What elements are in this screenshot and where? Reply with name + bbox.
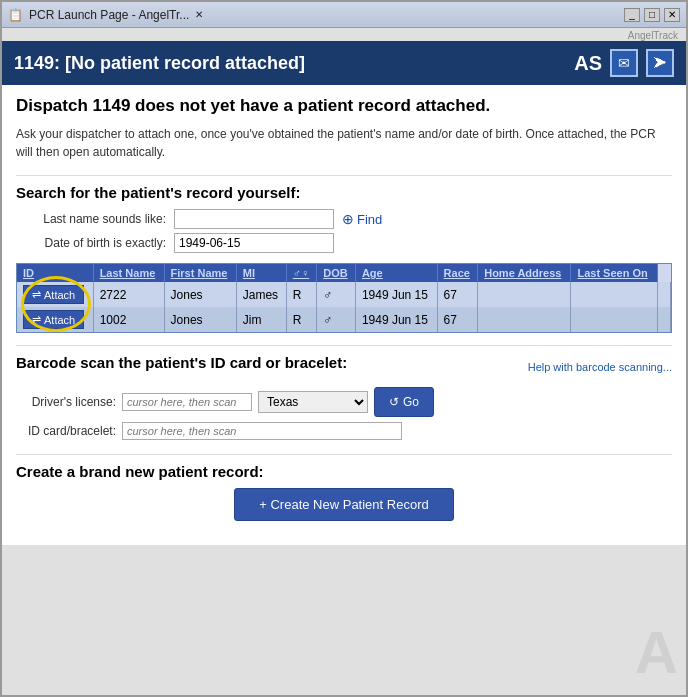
- brand-label: AngelTrack: [2, 28, 686, 41]
- find-icon: ⊕: [342, 211, 354, 227]
- attach-button[interactable]: ⇌ Attach: [23, 310, 84, 329]
- col-dob: DOB: [317, 264, 356, 282]
- dob-input[interactable]: [174, 233, 334, 253]
- col-sex: ♂♀: [286, 264, 316, 282]
- restore-button[interactable]: □: [644, 8, 660, 22]
- window-title: PCR Launch Page - AngelTr...: [29, 8, 189, 22]
- header-band: 1149: [No patient record attached] AS ✉ …: [2, 41, 686, 85]
- title-bar: 📋 PCR Launch Page - AngelTr... ✕ _ □ ✕: [2, 2, 686, 28]
- drivers-license-input[interactable]: [122, 393, 252, 411]
- cell-last-seen: [657, 282, 670, 307]
- exit-icon: ⮞: [653, 55, 667, 71]
- barcode-section: Barcode scan the patient's ID card or br…: [16, 354, 672, 440]
- cell-dob: 1949 Jun 15: [355, 282, 437, 307]
- col-age: Age: [355, 264, 437, 282]
- cell-first-name: Jim: [236, 307, 286, 332]
- cell-home-address: [571, 282, 657, 307]
- cell-age: 67: [437, 307, 478, 332]
- cell-sex: ♂: [317, 282, 356, 307]
- main-heading: Dispatch 1149 does not yet have a patien…: [16, 95, 672, 117]
- results-table: ID Last Name First Name MI ♂♀ DOB Age Ra…: [17, 264, 671, 332]
- go-button[interactable]: ↺ Go: [374, 387, 434, 417]
- id-card-label: ID card/bracelet:: [16, 424, 116, 438]
- drivers-license-label: Driver's license:: [16, 395, 116, 409]
- page-title: 1149: [No patient record attached]: [14, 53, 305, 74]
- attach-icon: ⇌: [32, 288, 41, 301]
- minimize-button[interactable]: _: [624, 8, 640, 22]
- col-race: Race: [437, 264, 478, 282]
- cell-mi: R: [286, 282, 316, 307]
- cell-id: 2722: [93, 282, 164, 307]
- window-icon: 📋: [8, 8, 23, 22]
- barcode-help-link[interactable]: Help with barcode scanning...: [528, 361, 672, 373]
- col-last-seen: Last Seen On: [571, 264, 657, 282]
- search-section: Search for the patient's record yourself…: [16, 184, 672, 333]
- go-icon: ↺: [389, 395, 399, 409]
- table-row: ⇌ Attach 1002 Jones Jim R ♂ 1949 Jun 15 …: [17, 307, 671, 332]
- cell-dob: 1949 Jun 15: [355, 307, 437, 332]
- watermark: A: [635, 618, 678, 687]
- col-last-name: Last Name: [93, 264, 164, 282]
- cell-race: [478, 307, 571, 332]
- attach-button[interactable]: ⇌ Attach: [23, 285, 84, 304]
- create-section: Create a brand new patient record: + Cre…: [16, 463, 672, 521]
- id-card-input[interactable]: [122, 422, 402, 440]
- cell-last-seen: [657, 307, 670, 332]
- cell-age: 67: [437, 282, 478, 307]
- barcode-heading: Barcode scan the patient's ID card or br…: [16, 354, 347, 371]
- email-icon-button[interactable]: ✉: [610, 49, 638, 77]
- cell-attach: ⇌ Attach: [17, 282, 93, 307]
- find-button[interactable]: ⊕ Find: [342, 211, 382, 227]
- cell-first-name: James: [236, 282, 286, 307]
- col-first-name: First Name: [164, 264, 236, 282]
- search-heading: Search for the patient's record yourself…: [16, 184, 672, 201]
- col-mi: MI: [236, 264, 286, 282]
- cell-home-address: [571, 307, 657, 332]
- email-icon: ✉: [618, 55, 630, 71]
- cell-id: 1002: [93, 307, 164, 332]
- table-row: ⇌ Attach 2722 Jones James R ♂ 1949 Jun 1…: [17, 282, 671, 307]
- results-table-wrapper: ID Last Name First Name MI ♂♀ DOB Age Ra…: [16, 263, 672, 333]
- create-heading: Create a brand new patient record:: [16, 463, 672, 480]
- state-select[interactable]: AlabamaAlaskaArizonaArkansasCaliforniaCo…: [258, 391, 368, 413]
- dob-label: Date of birth is exactly:: [16, 236, 166, 250]
- close-button[interactable]: ✕: [664, 8, 680, 22]
- cell-attach: ⇌ Attach: [17, 307, 93, 332]
- cell-sex: ♂: [317, 307, 356, 332]
- table-header-row: ID Last Name First Name MI ♂♀ DOB Age Ra…: [17, 264, 671, 282]
- close-tab-icon[interactable]: ✕: [195, 9, 203, 20]
- create-patient-button[interactable]: + Create New Patient Record: [234, 488, 453, 521]
- col-id: ID: [17, 264, 93, 282]
- cell-last-name: Jones: [164, 282, 236, 307]
- user-initials: AS: [574, 52, 602, 75]
- col-home-address: Home Address: [478, 264, 571, 282]
- last-name-input[interactable]: [174, 209, 334, 229]
- cell-race: [478, 282, 571, 307]
- cell-mi: R: [286, 307, 316, 332]
- attach-icon: ⇌: [32, 313, 41, 326]
- sub-text: Ask your dispatcher to attach one, once …: [16, 125, 672, 161]
- search-form: Last name sounds like: ⊕ Find Date of bi…: [16, 209, 672, 253]
- cell-last-name: Jones: [164, 307, 236, 332]
- last-name-label: Last name sounds like:: [16, 212, 166, 226]
- exit-icon-button[interactable]: ⮞: [646, 49, 674, 77]
